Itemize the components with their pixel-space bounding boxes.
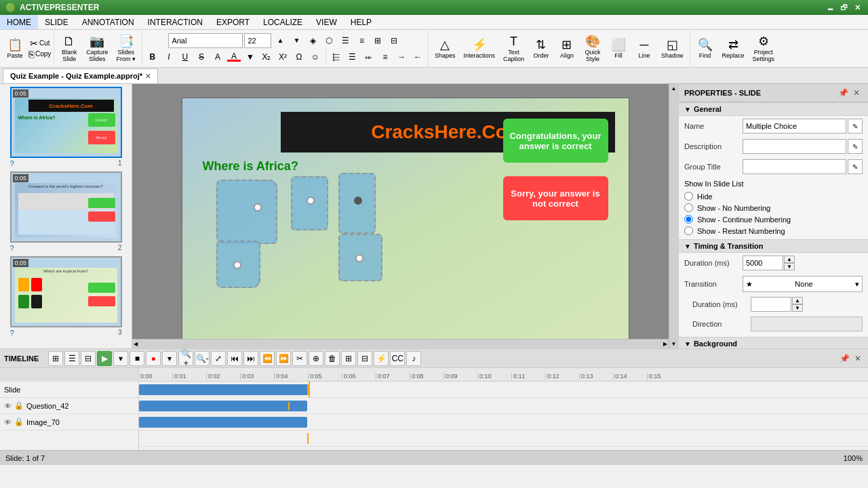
tl-subtitle-btn[interactable]: CC	[390, 351, 405, 366]
align-center-btn[interactable]: ☰	[345, 49, 360, 64]
radio-asia[interactable]	[354, 197, 362, 205]
tl-split-btn[interactable]: ✂	[292, 351, 307, 366]
tl-interact-btn[interactable]: ⚡	[374, 351, 389, 366]
underline-button[interactable]: U	[178, 49, 193, 64]
canvas-scroll[interactable]: CracksHere.Com Where is Africa?	[132, 84, 678, 348]
timing-section-header[interactable]: ▼ Timing & Transition	[679, 239, 868, 253]
tl-eye-icon-q42[interactable]: 👁	[4, 402, 12, 410]
transition-duration-down-btn[interactable]: ▼	[792, 304, 803, 312]
tl-merge-btn[interactable]: ⊕	[309, 351, 323, 366]
menu-localize[interactable]: LOCALIZE	[256, 15, 309, 29]
emoji-btn[interactable]: ☺	[308, 49, 323, 64]
shadow-button[interactable]: ◱ Shadow	[658, 33, 687, 65]
tl-rec-dropdown[interactable]: ▾	[162, 351, 177, 366]
decrease-font-btn[interactable]: ▼	[289, 33, 304, 48]
tab-close-btn[interactable]: ✕	[145, 73, 151, 80]
show-continue-radio[interactable]	[684, 215, 693, 224]
align-left-btn[interactable]: ⬱	[329, 49, 344, 64]
group-title-input[interactable]	[743, 159, 846, 174]
name-edit-btn[interactable]: ✎	[848, 119, 863, 134]
radio-africa[interactable]	[254, 203, 262, 211]
shadow-text-btn[interactable]: A	[210, 49, 225, 64]
menu-export[interactable]: EXPORT	[210, 15, 256, 29]
copy-label[interactable]: Copy	[35, 50, 51, 58]
description-edit-btn[interactable]: ✎	[848, 139, 863, 154]
timeline-pin-btn[interactable]: 📌	[838, 352, 850, 365]
tl-audio-btn[interactable]: ♪	[406, 351, 421, 366]
indent-less-btn[interactable]: ←	[410, 49, 425, 64]
blank-slide-button[interactable]: 🗋 BlankSlide	[57, 33, 81, 65]
radio-au[interactable]	[355, 254, 363, 262]
group-title-edit-btn[interactable]: ✎	[848, 159, 863, 174]
slide-thumb-1[interactable]: 0:05 CracksHere.Com Where is Africa? Cor…	[3, 87, 129, 167]
find-button[interactable]: 🔍 Find	[693, 33, 717, 65]
bold-button[interactable]: B	[145, 49, 160, 64]
bar-image70[interactable]	[139, 417, 307, 428]
menu-interaction[interactable]: INTERACTION	[141, 15, 210, 29]
tl-fit-btn[interactable]: ⤢	[211, 351, 226, 366]
quick-style-button[interactable]: 🎨 QuickStyle	[580, 33, 605, 65]
background-section-header[interactable]: ▼ Background	[679, 337, 868, 348]
order-button[interactable]: ⇅ Order	[529, 33, 553, 65]
maximize-btn[interactable]: 🗗	[838, 3, 849, 12]
tl-skip-start-btn[interactable]: ⏮	[227, 351, 242, 366]
strikethrough-btn[interactable]: S	[194, 49, 209, 64]
superscript-btn[interactable]: X²	[275, 49, 290, 64]
tl-lock-icon-q42[interactable]: 🔒	[14, 401, 24, 410]
tl-skip-prev-btn[interactable]: ⏪	[260, 351, 275, 366]
highlight-btn[interactable]: ▼	[243, 49, 258, 64]
general-section-header[interactable]: ▼ General	[679, 102, 868, 116]
line-button[interactable]: ─ Line	[632, 33, 656, 65]
duration-down-btn[interactable]: ▼	[784, 263, 795, 270]
menu-home[interactable]: HOME	[0, 15, 38, 29]
text-caption-button[interactable]: T TextCaption	[500, 33, 528, 65]
cut-label[interactable]: Cut	[39, 39, 50, 47]
shapes-button[interactable]: △ Shapes	[431, 33, 459, 65]
tl-view-btn1[interactable]: ⊞	[48, 351, 63, 366]
panel-pin-btn[interactable]: 📌	[837, 87, 849, 99]
radio-sa[interactable]	[233, 261, 241, 269]
list-btn1[interactable]: ☰	[338, 33, 353, 48]
italic-button[interactable]: I	[161, 49, 176, 64]
document-tab[interactable]: Quiz Example - Quiz Example.approj* ✕	[3, 68, 158, 83]
increase-font-btn[interactable]: ▲	[273, 33, 288, 48]
scroll-left-btn[interactable]: ◀	[132, 341, 139, 347]
font-color-btn[interactable]: A	[226, 49, 241, 64]
minimize-btn[interactable]: 🗕	[825, 3, 835, 12]
align-right-btn[interactable]: ⬰	[361, 49, 376, 64]
panel-close-btn[interactable]: ✕	[850, 87, 863, 99]
show-no-numbering-radio[interactable]	[684, 203, 693, 212]
special-char-btn[interactable]: Ω	[292, 49, 307, 64]
subscript-btn[interactable]: X₂	[259, 49, 274, 64]
menu-slide[interactable]: SLIDE	[38, 15, 75, 29]
list-btn4[interactable]: ⊟	[387, 33, 401, 48]
align-justify-btn[interactable]: ≡	[378, 49, 393, 64]
bar-slide[interactable]	[139, 384, 309, 395]
paste-button[interactable]: 📋 Paste	[3, 33, 27, 65]
format-copy-btn[interactable]: ⬡	[321, 33, 336, 48]
scroll-down-btn[interactable]: ▼	[670, 340, 678, 348]
close-btn[interactable]: ✕	[852, 3, 863, 12]
scroll-right-btn[interactable]: ▶	[662, 341, 669, 347]
list-btn2[interactable]: ≡	[354, 33, 369, 48]
name-input[interactable]	[743, 119, 846, 134]
menu-help[interactable]: HELP	[344, 15, 378, 29]
tl-more-btn2[interactable]: ⊟	[357, 351, 372, 366]
project-settings-button[interactable]: ⚙ ProjectSettings	[749, 33, 778, 65]
tl-play-dropdown[interactable]: ▾	[113, 351, 128, 366]
slide-thumb-3[interactable]: 0:05 Which are tropical fruits?	[3, 256, 129, 337]
clear-format-btn[interactable]: ◈	[305, 33, 320, 48]
transition-duration-up-btn[interactable]: ▲	[792, 297, 803, 304]
duration-input[interactable]	[743, 256, 783, 270]
tl-delete-btn[interactable]: 🗑	[325, 351, 340, 366]
list-btn3[interactable]: ⊞	[370, 33, 385, 48]
tl-view-btn2[interactable]: ☰	[64, 351, 79, 366]
capture-button[interactable]: 📷 CaptureSlides	[83, 33, 111, 65]
menu-view[interactable]: VIEW	[309, 15, 344, 29]
show-restart-radio[interactable]	[684, 226, 693, 235]
tl-stop-btn[interactable]: ■	[130, 351, 144, 366]
hide-radio[interactable]	[684, 192, 693, 201]
bar-question42[interactable]	[139, 401, 307, 411]
menu-annotation[interactable]: ANNOTATION	[75, 15, 141, 29]
duration-up-btn[interactable]: ▲	[784, 256, 795, 263]
